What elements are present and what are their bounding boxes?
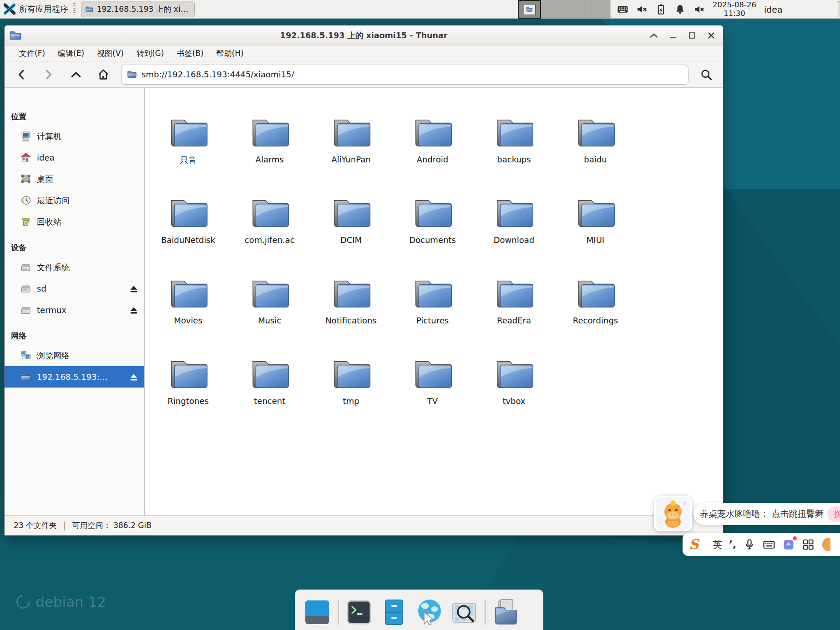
folder-item[interactable]: BaiduNetdisk bbox=[147, 194, 229, 274]
ime-toolbox-button[interactable] bbox=[802, 538, 815, 551]
folder-item[interactable]: TV bbox=[392, 355, 473, 435]
folder-item[interactable]: tvbox bbox=[473, 355, 555, 435]
folder-item[interactable]: Recordings bbox=[555, 274, 636, 355]
file-manager-icon[interactable] bbox=[380, 598, 409, 627]
path-input[interactable]: smb://192.168.5.193:4445/xiaomi15/ bbox=[142, 70, 294, 79]
notifications-bell-icon[interactable] bbox=[674, 4, 686, 15]
workspace-1[interactable] bbox=[518, 0, 541, 19]
folder-label: com.jifen.ac bbox=[245, 235, 295, 245]
shade-button[interactable] bbox=[647, 29, 661, 42]
sidebar-item-label: 文件系统 bbox=[37, 262, 70, 273]
sidebar-item[interactable]: 最近访问 bbox=[5, 190, 144, 211]
sidebar-item[interactable]: 计算机 bbox=[5, 126, 144, 147]
path-bar[interactable]: smb://192.168.5.193:4445/xiaomi15/ bbox=[121, 65, 688, 85]
folder-item[interactable]: Notifications bbox=[310, 274, 392, 355]
search-button[interactable] bbox=[697, 65, 716, 84]
menu-item[interactable]: 书签(B) bbox=[170, 48, 210, 59]
ime-divider bbox=[706, 539, 706, 550]
folder-icon bbox=[575, 197, 617, 231]
folder-icon bbox=[412, 277, 454, 311]
folder-item[interactable]: com.jifen.ac bbox=[229, 194, 310, 274]
back-button[interactable] bbox=[12, 65, 31, 84]
sogou-logo[interactable]: S bbox=[689, 538, 699, 551]
applications-menu-button[interactable]: 所有应用程序 bbox=[19, 4, 68, 15]
folder-item[interactable]: MIUI bbox=[555, 194, 636, 274]
sidebar-item[interactable]: sd bbox=[5, 278, 144, 299]
workspace-2[interactable] bbox=[541, 0, 564, 19]
app-finder-icon[interactable] bbox=[450, 598, 479, 627]
folder-item[interactable]: Pictures bbox=[392, 274, 473, 355]
clock[interactable]: 2025-08-26 11:30 bbox=[713, 1, 756, 18]
show-desktop-button[interactable] bbox=[837, 1, 840, 17]
folder-label: Movies bbox=[174, 316, 202, 325]
folder-item[interactable]: 只音 bbox=[147, 113, 229, 194]
sidebar-item[interactable]: 回收站 bbox=[5, 211, 144, 232]
workspace-4[interactable] bbox=[587, 0, 611, 19]
sidebar-item[interactable]: 桌面 bbox=[5, 168, 144, 190]
folder-label: TV bbox=[427, 396, 438, 406]
close-button[interactable] bbox=[704, 29, 719, 42]
folder-label: Recordings bbox=[573, 316, 618, 325]
folder-item[interactable]: baidu bbox=[555, 113, 636, 194]
sidebar-item[interactable]: idea bbox=[5, 147, 144, 168]
file-view[interactable]: 只音 Alarms AliYunPan bbox=[145, 88, 723, 515]
up-button[interactable] bbox=[66, 65, 86, 84]
folder-item[interactable]: Ringtones bbox=[147, 355, 229, 435]
change-skin-button[interactable]: 换肤 bbox=[827, 506, 840, 522]
folder-item[interactable]: tmp bbox=[310, 355, 392, 435]
sidebar-item[interactable]: 192.168.5.193:… bbox=[5, 366, 144, 388]
folder-shortcut-icon[interactable] bbox=[491, 598, 521, 627]
menu-item[interactable]: 编辑(E) bbox=[51, 48, 91, 59]
ime-language-toggle[interactable]: 英 bbox=[713, 539, 722, 551]
ime-skin-button[interactable] bbox=[782, 538, 795, 551]
minimize-button[interactable] bbox=[666, 29, 680, 42]
taskbar-window-button[interactable]: 192.168.5.193 上的 xiaomi… bbox=[81, 1, 195, 17]
sidebar-item-icon bbox=[20, 173, 31, 185]
menu-item[interactable]: 视图(V) bbox=[91, 48, 130, 59]
folder-label: Notifications bbox=[325, 316, 377, 325]
folder-item[interactable]: tencent bbox=[229, 355, 310, 435]
menu-item[interactable]: 帮助(H) bbox=[210, 48, 250, 59]
sidebar-item[interactable]: 文件系统 bbox=[5, 257, 144, 278]
statusbar: 23 个文件夹 | 可用空间： 386.2 GiB bbox=[5, 515, 723, 535]
show-desktop-icon[interactable] bbox=[303, 598, 332, 627]
ime-punctuation-toggle[interactable]: ’, bbox=[729, 539, 737, 549]
eject-icon[interactable] bbox=[129, 284, 139, 294]
volume-muted-icon[interactable] bbox=[636, 4, 648, 15]
battery-charging-icon[interactable] bbox=[655, 4, 667, 15]
sidebar-item-icon bbox=[20, 216, 31, 227]
folder-item[interactable]: backups bbox=[473, 113, 555, 194]
maximize-button[interactable] bbox=[685, 29, 699, 42]
folder-item[interactable]: Movies bbox=[147, 274, 229, 355]
titlebar[interactable]: 192.168.5.193 上的 xiaomi15 - Thunar bbox=[5, 25, 723, 45]
terminal-icon[interactable] bbox=[344, 598, 374, 627]
ime-extra-button[interactable] bbox=[822, 538, 830, 551]
eject-icon[interactable] bbox=[129, 305, 139, 315]
forward-button[interactable] bbox=[39, 65, 58, 84]
folder-icon bbox=[412, 116, 454, 150]
folder-item[interactable]: AliYunPan bbox=[310, 113, 392, 194]
desktop-pet[interactable] bbox=[654, 496, 692, 531]
folder-item[interactable]: Alarms bbox=[229, 113, 310, 194]
applications-menu-icon[interactable] bbox=[4, 3, 15, 15]
ime-keyboard-button[interactable] bbox=[763, 538, 775, 551]
sidebar-item[interactable]: 浏览网络 bbox=[5, 345, 144, 366]
ime-voice-button[interactable] bbox=[743, 538, 756, 551]
watermark-text: debian 12 bbox=[35, 594, 106, 610]
web-browser-icon[interactable] bbox=[415, 598, 444, 627]
folder-item[interactable]: Android bbox=[392, 113, 473, 194]
folder-item[interactable]: Download bbox=[473, 194, 555, 274]
sidebar-heading-devices: 设备 bbox=[5, 240, 144, 257]
home-button[interactable] bbox=[94, 65, 113, 84]
menu-item[interactable]: 文件(F) bbox=[13, 48, 51, 59]
sidebar-item[interactable]: termux bbox=[5, 299, 144, 321]
folder-item[interactable]: DCIM bbox=[310, 194, 392, 274]
eject-icon[interactable] bbox=[129, 372, 139, 382]
input-method-keyboard-icon[interactable] bbox=[617, 4, 628, 15]
folder-item[interactable]: ReadEra bbox=[473, 274, 555, 355]
menu-item[interactable]: 转到(G) bbox=[130, 48, 170, 59]
audio-muted-icon[interactable] bbox=[693, 4, 705, 15]
workspace-3[interactable] bbox=[564, 0, 587, 19]
folder-item[interactable]: Music bbox=[229, 274, 310, 355]
folder-item[interactable]: Documents bbox=[392, 194, 473, 274]
